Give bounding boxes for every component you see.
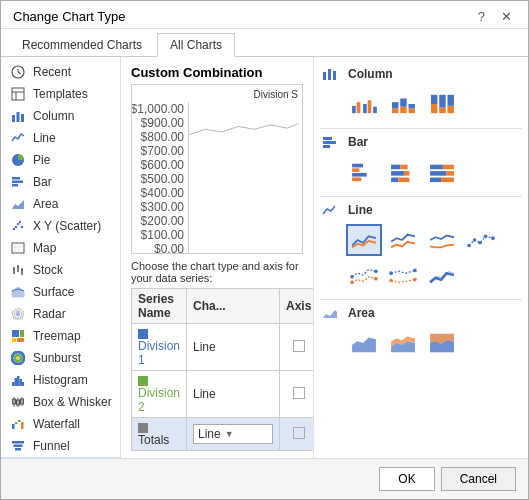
table-header-row: Series Name Cha... Axis: [132, 289, 314, 324]
sidebar-item-templates[interactable]: Templates: [1, 83, 120, 105]
svg-rect-80: [323, 145, 330, 148]
svg-rect-59: [328, 69, 331, 80]
sidebar-item-radar[interactable]: Radar: [1, 303, 120, 325]
100-stacked-markers-btn[interactable]: [385, 259, 421, 291]
svg-rect-77: [448, 106, 454, 113]
histogram-icon: [9, 373, 27, 387]
title-bar: Change Chart Type ? ✕: [1, 1, 528, 29]
svg-point-18: [19, 221, 21, 223]
chart-type-dropdown-2[interactable]: Line: [193, 387, 273, 401]
svg-rect-39: [17, 376, 20, 386]
svg-point-107: [413, 269, 417, 273]
svg-rect-87: [391, 171, 404, 176]
sidebar-item-xyscatter[interactable]: X Y (Scatter): [1, 215, 120, 237]
sidebar-item-map[interactable]: Map: [1, 237, 120, 259]
svg-rect-90: [398, 178, 409, 183]
100-stacked-line-btn[interactable]: [424, 224, 460, 256]
stock-icon: [9, 263, 27, 277]
area-btn[interactable]: [346, 327, 382, 359]
stacked-area-btn[interactable]: [385, 327, 421, 359]
svg-rect-11: [12, 181, 23, 184]
help-button[interactable]: ?: [474, 10, 489, 23]
svg-point-97: [467, 244, 471, 248]
svg-point-99: [478, 241, 482, 245]
svg-rect-72: [431, 95, 437, 104]
section-line: Line: [320, 199, 522, 221]
stacked-column-btn[interactable]: [385, 88, 421, 120]
series-label-3: Totals: [138, 433, 169, 447]
axis-checkbox-3[interactable]: [293, 427, 305, 439]
svg-rect-92: [443, 165, 454, 170]
svg-rect-82: [352, 168, 359, 172]
line-icon: [9, 131, 27, 145]
svg-marker-13: [12, 200, 24, 209]
bar-chart-icons: [320, 153, 522, 194]
section-area: Area: [320, 302, 522, 324]
table-row: Division 2 Line: [132, 371, 314, 418]
stacked-line-btn[interactable]: [385, 224, 421, 256]
sidebar-item-histogram[interactable]: Histogram: [1, 369, 120, 391]
svg-point-108: [389, 279, 393, 283]
axis-cell-3: [280, 418, 313, 451]
close-button[interactable]: ✕: [497, 10, 516, 23]
clustered-bar-btn[interactable]: [346, 156, 382, 188]
clustered-column-btn[interactable]: [346, 88, 382, 120]
svg-rect-88: [404, 171, 410, 176]
axis-checkbox-2[interactable]: [293, 387, 305, 399]
chart-type-dropdown-3[interactable]: Line ▼: [193, 424, 273, 444]
dialog-title: Change Chart Type: [13, 9, 126, 24]
treemap-icon: [9, 329, 27, 343]
chart-body: $1,000.00 $900.00 $800.00 $700.00 $600.0…: [136, 102, 298, 254]
stacked-line-markers-btn[interactable]: [346, 259, 382, 291]
3d-line-btn[interactable]: [424, 259, 460, 291]
chart-type-cell-3[interactable]: Line ▼: [187, 418, 280, 451]
sidebar-item-treemap[interactable]: Treemap: [1, 325, 120, 347]
sidebar-item-sunburst[interactable]: Sunburst: [1, 347, 120, 369]
axis-checkbox-1[interactable]: [293, 340, 305, 352]
svg-rect-63: [363, 104, 367, 113]
100-stacked-bar-btn[interactable]: [424, 156, 460, 188]
series-name-cell: Division 1: [132, 324, 187, 371]
tab-recommended[interactable]: Recommended Charts: [9, 33, 155, 56]
svg-rect-40: [20, 379, 23, 386]
100-stacked-area-btn[interactable]: [424, 327, 460, 359]
svg-rect-37: [12, 382, 15, 386]
sidebar-item-pie[interactable]: Pie: [1, 149, 120, 171]
cancel-button[interactable]: Cancel: [441, 467, 516, 491]
sidebar-item-column[interactable]: Column: [1, 105, 120, 127]
sidebar-item-line[interactable]: Line: [1, 127, 120, 149]
100-stacked-column-btn[interactable]: [424, 88, 460, 120]
content-area: Recent Templates Column Li: [1, 57, 528, 458]
sidebar-item-surface[interactable]: Surface: [1, 281, 120, 303]
line-markers-btn[interactable]: [463, 224, 499, 256]
sidebar-item-boxwhisker[interactable]: Box & Whisker: [1, 391, 120, 413]
svg-point-104: [350, 281, 354, 285]
main-area: Custom Combination Division S $1,000.00 …: [121, 57, 313, 458]
svg-rect-60: [333, 71, 336, 80]
sidebar-item-recent[interactable]: Recent: [1, 61, 120, 83]
svg-point-106: [389, 271, 393, 275]
svg-rect-81: [352, 164, 363, 168]
sidebar-item-bar[interactable]: Bar: [1, 171, 120, 193]
sidebar-item-area[interactable]: Area: [1, 193, 120, 215]
stacked-bar-btn[interactable]: [385, 156, 421, 188]
svg-rect-91: [430, 165, 443, 170]
sidebar-item-funnel[interactable]: Funnel: [1, 435, 120, 457]
preview-title: Custom Combination: [131, 65, 303, 80]
chart-type-dropdown-1[interactable]: Line: [193, 340, 273, 354]
clock-icon: [9, 65, 27, 79]
svg-rect-58: [323, 72, 326, 80]
svg-rect-96: [441, 178, 454, 183]
svg-rect-54: [15, 448, 21, 451]
line-btn[interactable]: [346, 224, 382, 256]
svg-rect-78: [323, 137, 332, 140]
ok-button[interactable]: OK: [379, 467, 434, 491]
column-icon: [9, 109, 27, 123]
series-name-cell: Division 2: [132, 371, 187, 418]
svg-marker-110: [323, 310, 337, 318]
tab-all-charts[interactable]: All Charts: [157, 33, 235, 57]
svg-rect-30: [12, 330, 19, 337]
sidebar-item-waterfall[interactable]: Waterfall: [1, 413, 120, 435]
sidebar-item-stock[interactable]: Stock: [1, 259, 120, 281]
svg-point-105: [374, 277, 378, 281]
